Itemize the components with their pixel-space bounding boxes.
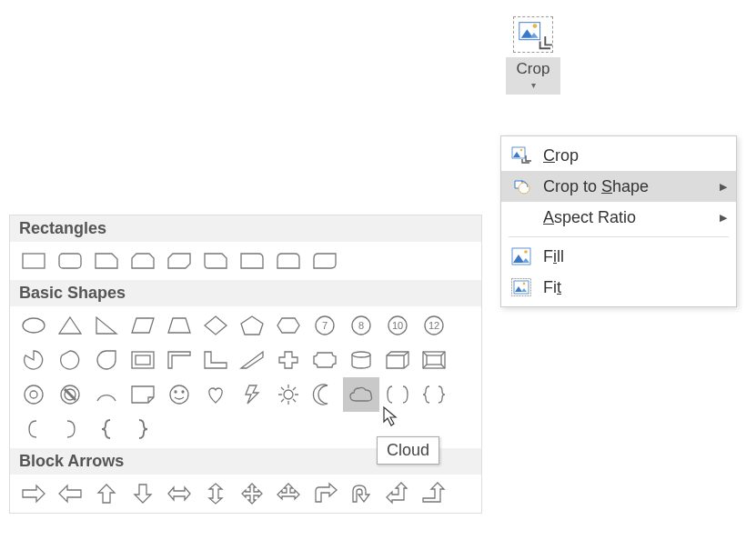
shapes-row bbox=[10, 242, 481, 280]
svg-rect-26 bbox=[427, 355, 441, 365]
shapes-row bbox=[10, 475, 481, 513]
shape-pie[interactable] bbox=[15, 343, 52, 377]
crop-button-label: Crop bbox=[517, 60, 550, 77]
shape-half-frame[interactable] bbox=[161, 343, 197, 377]
shape-decagon[interactable]: 10 bbox=[379, 308, 416, 343]
menu-item-label: Crop to Shape bbox=[543, 177, 714, 196]
shape-bent-up[interactable] bbox=[416, 476, 452, 511]
shape-cube[interactable] bbox=[379, 343, 416, 377]
svg-text:10: 10 bbox=[392, 320, 403, 331]
shape-diamond[interactable] bbox=[197, 308, 234, 343]
shape-up-arrow[interactable] bbox=[88, 476, 125, 511]
crop-button-label-area[interactable]: Crop ▾ bbox=[506, 57, 560, 95]
shape-hexagon[interactable] bbox=[270, 308, 307, 343]
svg-rect-11 bbox=[23, 254, 45, 268]
svg-rect-23 bbox=[136, 355, 150, 365]
shape-octagon[interactable]: 8 bbox=[343, 308, 379, 343]
svg-text:12: 12 bbox=[428, 320, 439, 331]
shape-up-down-arrow[interactable] bbox=[197, 476, 234, 511]
shape-rounded-rectangle[interactable] bbox=[52, 244, 88, 278]
shape-chord[interactable] bbox=[52, 343, 88, 377]
dropdown-arrow-icon: ▾ bbox=[513, 79, 553, 91]
shape-round-diagonal[interactable] bbox=[307, 244, 343, 278]
shape-no-symbol[interactable] bbox=[52, 377, 88, 412]
svg-point-32 bbox=[175, 391, 176, 393]
shape-left-bracket[interactable] bbox=[15, 412, 52, 446]
shape-right-triangle[interactable] bbox=[88, 308, 125, 343]
shape-bevel[interactable] bbox=[416, 343, 452, 377]
shape-bent-right[interactable] bbox=[307, 476, 343, 511]
picture-crop-icon bbox=[513, 16, 553, 53]
shape-left-right-arrow[interactable] bbox=[161, 476, 197, 511]
shape-frame[interactable] bbox=[125, 343, 161, 377]
svg-text:8: 8 bbox=[358, 320, 364, 331]
shape-cloud[interactable] bbox=[343, 377, 379, 412]
shape-smiley[interactable] bbox=[161, 377, 197, 412]
shape-lightning[interactable] bbox=[234, 377, 270, 412]
svg-text:7: 7 bbox=[322, 320, 328, 331]
shape-triangle[interactable] bbox=[52, 308, 88, 343]
shape-left-right-up[interactable] bbox=[270, 476, 307, 511]
submenu-arrow-icon: ▶ bbox=[720, 212, 727, 224]
shape-double-brace[interactable] bbox=[416, 377, 452, 412]
menu-item-label: Fill bbox=[543, 247, 727, 266]
fill-icon bbox=[510, 246, 532, 266]
shape-right-brace[interactable] bbox=[125, 412, 161, 446]
shapes-gallery: RectanglesBasic Shapes781012Block Arrows bbox=[9, 215, 482, 514]
shape-can[interactable] bbox=[343, 343, 379, 377]
menu-item-label: Crop bbox=[543, 146, 727, 165]
shape-right-arrow[interactable] bbox=[15, 476, 52, 511]
shape-snip-single-corner[interactable] bbox=[88, 244, 125, 278]
menu-item-aspect_ratio[interactable]: Aspect Ratio▶ bbox=[501, 202, 736, 233]
shape-quad-arrow[interactable] bbox=[234, 476, 270, 511]
shape-pentagon[interactable] bbox=[234, 308, 270, 343]
shape-snip-diagonal[interactable] bbox=[161, 244, 197, 278]
crop-icon bbox=[510, 145, 532, 165]
shape-snip-same-side[interactable] bbox=[125, 244, 161, 278]
menu-item-crop[interactable]: Crop bbox=[501, 140, 736, 171]
shape-plaque[interactable] bbox=[307, 343, 343, 377]
shape-heart[interactable] bbox=[197, 377, 234, 412]
shape-moon[interactable] bbox=[307, 377, 343, 412]
shape-snip-round-single[interactable] bbox=[197, 244, 234, 278]
menu-item-fit[interactable]: Fit bbox=[501, 272, 736, 303]
shapes-row: 781012 bbox=[10, 306, 481, 448]
shape-trapezoid[interactable] bbox=[161, 308, 197, 343]
svg-point-5 bbox=[519, 183, 529, 194]
shape-donut[interactable] bbox=[15, 377, 52, 412]
crop-split-button[interactable]: Crop ▾ bbox=[506, 16, 560, 95]
shape-cross[interactable] bbox=[270, 343, 307, 377]
shape-round-same-side[interactable] bbox=[270, 244, 307, 278]
shape-right-bracket[interactable] bbox=[52, 412, 88, 446]
shape-left-arrow[interactable] bbox=[52, 476, 88, 511]
fit-icon bbox=[510, 277, 532, 297]
shape-diagonal-stripe[interactable] bbox=[234, 343, 270, 377]
shape-left-brace[interactable] bbox=[88, 412, 125, 446]
shape-u-turn[interactable] bbox=[343, 476, 379, 511]
svg-point-2 bbox=[533, 24, 538, 28]
shape-left-up[interactable] bbox=[379, 476, 416, 511]
svg-point-28 bbox=[30, 391, 37, 398]
menu-separator bbox=[509, 236, 729, 237]
menu-item-fill[interactable]: Fill bbox=[501, 241, 736, 272]
menu-item-crop_to_shape[interactable]: Crop to Shape▶ bbox=[501, 171, 736, 202]
svg-point-24 bbox=[352, 352, 370, 357]
shape-rectangle[interactable] bbox=[15, 244, 52, 278]
shape-sun[interactable] bbox=[270, 377, 307, 412]
section-header: Rectangles bbox=[10, 215, 481, 242]
shape-dodecagon[interactable]: 12 bbox=[416, 308, 452, 343]
svg-point-13 bbox=[23, 318, 45, 333]
shape-heptagon[interactable]: 7 bbox=[307, 308, 343, 343]
shape-round-single-corner[interactable] bbox=[234, 244, 270, 278]
crop-dropdown-menu: CropCrop to Shape▶Aspect Ratio▶FillFit bbox=[500, 135, 737, 307]
shape-double-bracket[interactable] bbox=[379, 377, 416, 412]
shape-teardrop[interactable] bbox=[88, 343, 125, 377]
shape-l-shape[interactable] bbox=[197, 343, 234, 377]
shape-arc[interactable] bbox=[88, 377, 125, 412]
shape-down-arrow[interactable] bbox=[125, 476, 161, 511]
shape-folded-corner[interactable] bbox=[125, 377, 161, 412]
svg-point-4 bbox=[520, 149, 522, 151]
shape-parallelogram[interactable] bbox=[125, 308, 161, 343]
svg-point-34 bbox=[284, 390, 293, 399]
shape-oval[interactable] bbox=[15, 308, 52, 343]
